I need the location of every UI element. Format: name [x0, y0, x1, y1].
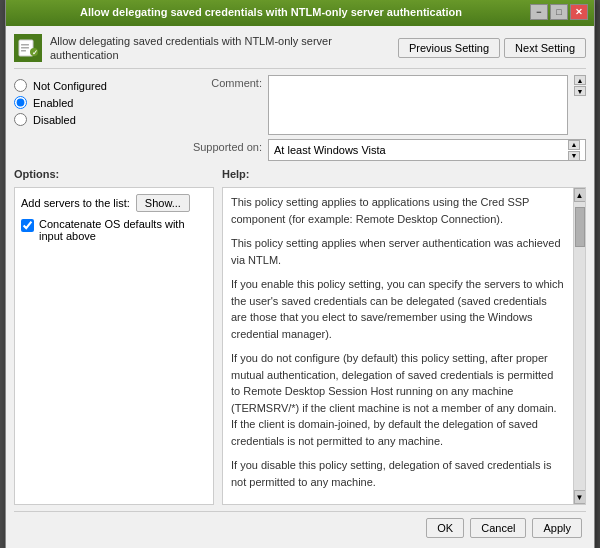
not-configured-option[interactable]: Not Configured [14, 79, 174, 92]
help-para-4: If you do not configure (by default) thi… [231, 350, 565, 449]
cancel-button[interactable]: Cancel [470, 518, 526, 538]
title-bar: Allow delegating saved credentials with … [6, 0, 594, 26]
close-button[interactable]: ✕ [570, 4, 588, 20]
main-window: Allow delegating saved credentials with … [5, 0, 595, 548]
right-panel: Comment: ▲ ▼ Supported on: At least Wind… [182, 75, 586, 161]
disabled-option[interactable]: Disabled [14, 113, 174, 126]
disabled-label: Disabled [33, 114, 76, 126]
help-scroll-track[interactable] [574, 202, 585, 490]
comment-textarea[interactable] [268, 75, 568, 135]
header-policy-title: Allow delegating saved credentials with … [50, 34, 398, 63]
svg-rect-3 [21, 50, 26, 52]
help-panel: This policy setting applies to applicati… [222, 187, 586, 505]
help-scroll-up[interactable]: ▲ [574, 188, 586, 202]
nav-buttons: Previous Setting Next Setting [398, 38, 586, 58]
title-bar-controls: − □ ✕ [530, 4, 588, 20]
concatenate-row[interactable]: Concatenate OS defaults with input above [21, 218, 207, 242]
concatenate-checkbox[interactable] [21, 219, 34, 232]
apply-button[interactable]: Apply [532, 518, 582, 538]
not-configured-label: Not Configured [33, 80, 107, 92]
policy-icon: ✓ [14, 34, 42, 62]
add-servers-row: Add servers to the list: Show... [21, 194, 207, 212]
comment-scroll: ▲ ▼ [574, 75, 586, 96]
help-para-3: If you enable this policy setting, you c… [231, 276, 565, 342]
radio-group: Not Configured Enabled Disabled [14, 75, 174, 130]
help-scroll-thumb[interactable] [575, 207, 585, 247]
left-panel: Not Configured Enabled Disabled [14, 75, 174, 161]
supported-value-box: At least Windows Vista ▲ ▼ [268, 139, 586, 161]
help-scroll-down[interactable]: ▼ [574, 490, 586, 504]
comment-row: Comment: ▲ ▼ [182, 75, 586, 135]
svg-rect-2 [21, 47, 29, 49]
supported-value: At least Windows Vista [274, 144, 386, 156]
supported-scroll-down[interactable]: ▼ [568, 151, 580, 161]
options-panel: Add servers to the list: Show... Concate… [14, 187, 214, 505]
help-section-title: Help: [222, 168, 250, 180]
help-scrollbar: ▲ ▼ [573, 188, 585, 504]
header-row: ✓ Allow delegating saved credentials wit… [14, 34, 586, 70]
svg-rect-1 [21, 44, 29, 46]
maximize-button[interactable]: □ [550, 4, 568, 20]
comment-scroll-up[interactable]: ▲ [574, 75, 586, 85]
minimize-button[interactable]: − [530, 4, 548, 20]
svg-text:✓: ✓ [32, 49, 38, 56]
comment-label: Comment: [182, 75, 262, 89]
disabled-radio[interactable] [14, 113, 27, 126]
bottom-area: Add servers to the list: Show... Concate… [14, 187, 586, 505]
options-section-title: Options: [14, 168, 59, 180]
enabled-label: Enabled [33, 97, 73, 109]
comment-scroll-down[interactable]: ▼ [574, 86, 586, 96]
header-left: ✓ Allow delegating saved credentials wit… [14, 34, 398, 63]
main-area: Not Configured Enabled Disabled Comment: [14, 75, 586, 161]
window-title: Allow delegating saved credentials with … [12, 6, 530, 18]
supported-scroll: ▲ ▼ [568, 140, 580, 161]
content-area: ✓ Allow delegating saved credentials wit… [6, 26, 594, 548]
help-title-area: Help: [222, 167, 586, 181]
previous-setting-button[interactable]: Previous Setting [398, 38, 500, 58]
enabled-option[interactable]: Enabled [14, 96, 174, 109]
supported-label: Supported on: [182, 139, 262, 153]
sections-row: Options: Help: [14, 167, 586, 181]
supported-row: Supported on: At least Windows Vista ▲ ▼ [182, 139, 586, 161]
not-configured-radio[interactable] [14, 79, 27, 92]
show-button[interactable]: Show... [136, 194, 190, 212]
policy-svg-icon: ✓ [17, 37, 39, 59]
next-setting-button[interactable]: Next Setting [504, 38, 586, 58]
supported-scroll-up[interactable]: ▲ [568, 140, 580, 150]
help-para-5: If you disable this policy setting, dele… [231, 457, 565, 490]
concatenate-label: Concatenate OS defaults with input above [39, 218, 207, 242]
enabled-radio[interactable] [14, 96, 27, 109]
ok-button[interactable]: OK [426, 518, 464, 538]
footer-bar: OK Cancel Apply [14, 511, 586, 542]
help-content: This policy setting applies to applicati… [223, 188, 573, 504]
help-para-1: This policy setting applies to applicati… [231, 194, 565, 227]
options-title-area: Options: [14, 167, 214, 181]
add-servers-label: Add servers to the list: [21, 197, 130, 209]
help-para-2: This policy setting applies when server … [231, 235, 565, 268]
